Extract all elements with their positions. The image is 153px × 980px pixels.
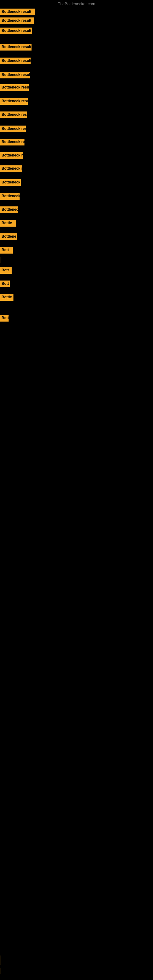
bottleneck-result-label: Bottleneck result [0,111,27,118]
bottleneck-result-label: Bottleneck re [0,193,19,200]
bottleneck-result-label: Bott [0,280,10,287]
bottleneck-result-label: Bottleneck result [0,98,28,105]
site-title: TheBottlenecker.com [58,2,95,6]
bottleneck-result-label: Bottleneck result [0,84,29,91]
bottleneck-result-label: Bott [0,267,12,274]
vertical-line-indicator [1,956,1,965]
bottleneck-result-label: Bottle [0,220,16,227]
bottleneck-result-label: Bottle [0,294,13,301]
vertical-line-indicator [1,257,1,263]
bottleneck-result-label: Bottleneck [0,207,18,213]
bottleneck-result-label: Bott [0,315,9,321]
bottleneck-result-label: Bottleneck result [0,57,30,64]
vertical-line-indicator [1,968,1,974]
bottleneck-result-label: Bottleneck res [0,179,21,186]
bottleneck-result-label: Bottleneck resu [0,152,23,159]
bottleneck-result-label: Bottleneck res [0,165,22,172]
bottleneck-result-label: Bottleneck result [0,139,24,145]
bottleneck-result-label: Bottleneck result [0,9,35,15]
bottleneck-result-label: Bottleneck result [0,126,26,132]
bottleneck-result-label: Bottleneck result [0,18,33,24]
bottleneck-result-label: Bottleneck result [0,72,30,78]
bottleneck-result-label: Bott [0,247,13,254]
bottleneck-result-label: Bottleneck result [0,44,32,51]
bottleneck-result-label: Bottleneck result [0,27,32,34]
bottleneck-result-label: Bottlene [0,233,17,240]
